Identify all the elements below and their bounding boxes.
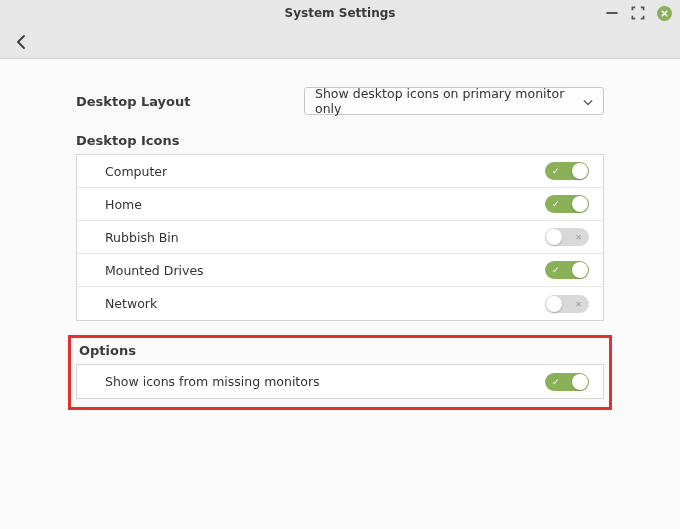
- toggle-knob: [572, 163, 588, 179]
- toggle-knob: [572, 374, 588, 390]
- desktop-layout-label: Desktop Layout: [76, 94, 304, 109]
- desktop-layout-select[interactable]: Show desktop icons on primary monitor on…: [304, 87, 604, 115]
- x-icon: [575, 232, 582, 242]
- option-row: Show icons from missing monitors: [77, 365, 603, 398]
- desktop-icon-toggle[interactable]: [545, 162, 589, 180]
- titlebar: System Settings: [0, 0, 680, 26]
- desktop-icon-toggle[interactable]: [545, 228, 589, 246]
- close-button[interactable]: [657, 6, 672, 21]
- desktop-icon-row: Home: [77, 188, 603, 221]
- options-list: Show icons from missing monitors: [76, 364, 604, 399]
- window-title: System Settings: [285, 6, 396, 20]
- x-icon: [575, 299, 582, 309]
- desktop-icons-heading: Desktop Icons: [76, 133, 604, 148]
- options-highlight: Options Show icons from missing monitors: [68, 335, 612, 410]
- desktop-icon-row-label: Computer: [105, 164, 545, 179]
- toggle-knob: [572, 196, 588, 212]
- toolbar: [0, 26, 680, 59]
- option-row-label: Show icons from missing monitors: [105, 374, 545, 389]
- desktop-icon-toggle[interactable]: [545, 261, 589, 279]
- content-area: Desktop Layout Show desktop icons on pri…: [0, 59, 680, 410]
- option-toggle[interactable]: [545, 373, 589, 391]
- options-heading: Options: [79, 343, 604, 358]
- desktop-layout-select-value: Show desktop icons on primary monitor on…: [315, 86, 593, 116]
- check-icon: [552, 199, 560, 209]
- back-button[interactable]: [10, 30, 34, 54]
- desktop-layout-row: Desktop Layout Show desktop icons on pri…: [76, 87, 604, 115]
- check-icon: [552, 265, 560, 275]
- desktop-icon-row-label: Network: [105, 296, 545, 311]
- maximize-button[interactable]: [631, 6, 645, 20]
- toggle-knob: [572, 262, 588, 278]
- check-icon: [552, 377, 560, 387]
- desktop-icon-toggle[interactable]: [545, 195, 589, 213]
- desktop-icon-row: Rubbish Bin: [77, 221, 603, 254]
- minimize-button[interactable]: [605, 6, 619, 20]
- desktop-icon-row: Network: [77, 287, 603, 320]
- desktop-icon-row: Mounted Drives: [77, 254, 603, 287]
- desktop-icon-toggle[interactable]: [545, 295, 589, 313]
- toggle-knob: [546, 229, 562, 245]
- desktop-icon-row-label: Mounted Drives: [105, 263, 545, 278]
- desktop-icon-row-label: Home: [105, 197, 545, 212]
- check-icon: [552, 166, 560, 176]
- desktop-icon-row: Computer: [77, 155, 603, 188]
- chevron-down-icon: [583, 94, 593, 109]
- window-controls: [605, 0, 672, 26]
- desktop-icons-list: ComputerHomeRubbish BinMounted DrivesNet…: [76, 154, 604, 321]
- toggle-knob: [546, 296, 562, 312]
- desktop-icon-row-label: Rubbish Bin: [105, 230, 545, 245]
